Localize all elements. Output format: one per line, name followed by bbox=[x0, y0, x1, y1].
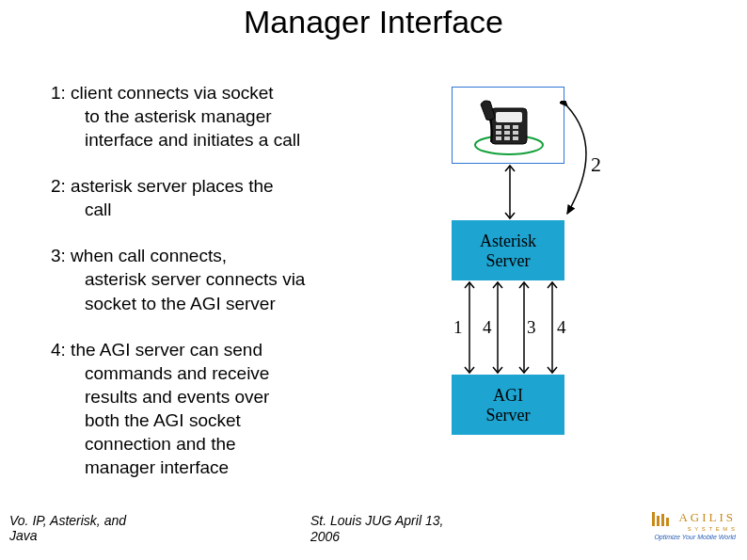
step-4-line: manager interface bbox=[51, 456, 371, 479]
logo-tagline: Optimize Your Mobile World bbox=[623, 534, 736, 540]
asterisk-label-1: Asterisk bbox=[452, 232, 564, 251]
phone-box bbox=[452, 87, 564, 164]
step-4: 4: the AGI server can send commands and … bbox=[51, 338, 371, 479]
svg-rect-11 bbox=[513, 136, 518, 140]
arrow-num-4a: 4 bbox=[483, 317, 492, 338]
step-1-line: 1: client connects via socket bbox=[51, 81, 371, 104]
step-2: 2: asterisk server places the call bbox=[51, 174, 371, 221]
step-3-line: asterisk server connects via bbox=[51, 267, 371, 291]
step-1-line: interface and initiates a call bbox=[51, 128, 371, 152]
svg-rect-4 bbox=[504, 125, 510, 129]
logo-systems: S Y S T E M S bbox=[623, 526, 736, 532]
arrow-num-3: 3 bbox=[527, 317, 536, 338]
svg-rect-6 bbox=[496, 131, 501, 135]
footer-left-1: Vo. IP, Asterisk, and bbox=[9, 513, 126, 528]
svg-rect-10 bbox=[504, 136, 510, 140]
diagram: 2 Asterisk Server 1 4 3 4 AGI Server bbox=[414, 87, 626, 463]
step-2-line: call bbox=[51, 198, 371, 221]
step-4-line: 4: the AGI server can send bbox=[51, 338, 371, 361]
agi-label-2: Server bbox=[452, 406, 564, 425]
agi-server-box: AGI Server bbox=[452, 375, 564, 435]
agilis-logo: AGILIS S Y S T E M S Optimize Your Mobil… bbox=[623, 508, 736, 540]
asterisk-label-2: Server bbox=[452, 251, 564, 271]
arrow-4a bbox=[491, 280, 504, 375]
step-3-line: socket to the AGI server bbox=[51, 292, 371, 315]
svg-rect-7 bbox=[504, 131, 510, 135]
svg-rect-5 bbox=[513, 125, 518, 129]
asterisk-server-box: Asterisk Server bbox=[452, 220, 564, 280]
arrow-phone-asterisk bbox=[503, 164, 517, 220]
svg-rect-2 bbox=[496, 112, 522, 122]
step-4-line: connection and the bbox=[51, 432, 371, 456]
steps-list: 1: client connects via socket to the ast… bbox=[51, 81, 371, 479]
step-3: 3: when call connects, asterisk server c… bbox=[51, 244, 371, 314]
logo-word: AGILIS bbox=[678, 510, 736, 524]
arrow-num-4b: 4 bbox=[557, 317, 566, 338]
arrow-label-2: 2 bbox=[591, 152, 601, 177]
footer-date: April 13, bbox=[395, 513, 443, 528]
step-1-line: to the asterisk manager bbox=[51, 104, 371, 128]
footer-mid: St. Louis JUG bbox=[310, 513, 391, 528]
step-4-line: both the AGI socket bbox=[51, 408, 371, 432]
telephone-icon bbox=[467, 93, 551, 159]
footer-left-2: Java bbox=[9, 528, 38, 543]
svg-rect-8 bbox=[513, 131, 518, 135]
step-4-line: commands and receive bbox=[51, 361, 371, 385]
step-2-line: 2: asterisk server places the bbox=[51, 174, 371, 198]
arrow-2-curve bbox=[560, 101, 616, 223]
step-1: 1: client connects via socket to the ast… bbox=[51, 81, 371, 152]
agi-label-1: AGI bbox=[452, 386, 564, 406]
arrow-1 bbox=[463, 280, 476, 375]
svg-rect-3 bbox=[496, 125, 501, 129]
step-4-line: results and events over bbox=[51, 385, 371, 408]
footer-year: 2006 bbox=[310, 529, 340, 544]
logo-bars-icon bbox=[652, 509, 671, 526]
step-3-line: 3: when call connects, bbox=[51, 244, 371, 267]
footer-left: Vo. IP, Asterisk, and Java bbox=[9, 513, 169, 543]
arrow-num-1: 1 bbox=[453, 317, 463, 338]
slide-title: Manager Interface bbox=[0, 4, 747, 40]
svg-rect-9 bbox=[496, 136, 501, 140]
